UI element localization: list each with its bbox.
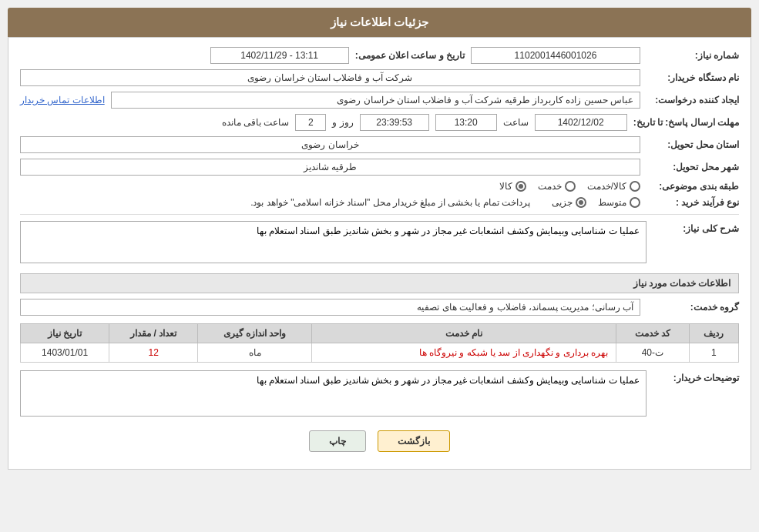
- category-khedmat-label: خدمت: [538, 181, 562, 192]
- city-value: طرقیه شاندیز: [20, 159, 640, 176]
- services-table: ردیف کد خدمت نام خدمت واحد اندازه گیری ت…: [20, 323, 739, 363]
- table-header-row: ردیف کد خدمت نام خدمت واحد اندازه گیری ت…: [21, 324, 739, 343]
- general-desc-label: شرح کلی نیاز:: [654, 221, 739, 234]
- radio-kala-icon: [516, 181, 526, 192]
- content-area: شماره نیاز: 1102001446001026 تاریخ و ساع…: [8, 37, 751, 470]
- th-count: تعداد / مقدار: [109, 324, 198, 343]
- cell-row-number: 1: [689, 343, 738, 363]
- service-group-value: آب رسانی؛ مدیریت پسماند، فاضلاب و فعالیت…: [20, 299, 640, 316]
- category-kala-khedmat[interactable]: کالا/خدمت: [587, 181, 640, 192]
- services-table-section: ردیف کد خدمت نام خدمت واحد اندازه گیری ت…: [20, 323, 739, 363]
- process-motavaset-label: متوسط: [598, 197, 626, 208]
- print-button[interactable]: چاپ: [309, 430, 366, 452]
- radio-kala-khedmat-icon: [630, 181, 640, 192]
- radio-motavaset-icon: [630, 197, 640, 208]
- response-date: 1402/12/02: [535, 114, 627, 131]
- city-label: شهر محل تحویل:: [646, 162, 739, 172]
- row-city: شهر محل تحویل: طرقیه شاندیز: [20, 159, 739, 176]
- back-button[interactable]: بازگشت: [378, 430, 450, 452]
- response-time-label: ساعت: [503, 117, 529, 128]
- cell-date: 1403/01/01: [21, 343, 109, 363]
- creator-value: عباس حسین زاده کاربرداز طرقیه شرکت آب و …: [111, 92, 640, 109]
- th-service-code: کد خدمت: [616, 324, 690, 343]
- province-label: استان محل تحویل:: [646, 139, 739, 150]
- buyer-org-label: نام دستگاه خریدار:: [646, 72, 739, 83]
- process-jezvi-label: جزیی: [552, 197, 573, 208]
- announcement-value: 1402/11/29 - 13:11: [210, 47, 349, 64]
- page-title: جزئیات اطلاعات نیاز: [331, 15, 428, 28]
- cell-count: 12: [109, 343, 198, 363]
- category-kala-khedmat-label: کالا/خدمت: [587, 181, 626, 192]
- remaining-day-value: 2: [295, 114, 326, 131]
- remaining-day-label: روز و: [332, 117, 353, 128]
- category-kala-label: کالا: [499, 181, 512, 192]
- category-khedmat[interactable]: خدمت: [538, 181, 576, 192]
- creator-label: ایجاد کننده درخواست:: [646, 95, 739, 105]
- process-jezvi[interactable]: جزیی: [552, 197, 586, 208]
- row-need-number: شماره نیاز: 1102001446001026 تاریخ و ساع…: [20, 47, 739, 64]
- general-desc-textarea[interactable]: عملیا ت شناسایی وبیمایش وکشف انشعابات غی…: [20, 221, 646, 263]
- cell-service-name: بهره برداری و نگهداری از سد یا شبکه و نی…: [311, 343, 616, 363]
- table-row: 1 ت-40 بهره برداری و نگهداری از سد یا شب…: [21, 343, 739, 363]
- category-kala[interactable]: کالا: [499, 181, 526, 192]
- buyer-desc-textarea[interactable]: عملیا ت شناسایی وبیمایش وکشف انشعابات غی…: [20, 370, 646, 417]
- row-creator: ایجاد کننده درخواست: عباس حسین زاده کارب…: [20, 92, 739, 109]
- page-header: جزئیات اطلاعات نیاز: [8, 8, 751, 37]
- buyer-org-value: شرکت آب و فاضلاب استان خراسان رضوی: [20, 69, 640, 86]
- button-row: بازگشت چاپ: [20, 430, 739, 460]
- th-unit: واحد اندازه گیری: [198, 324, 312, 343]
- buyer-desc-label: توضیحات خریدار:: [654, 370, 739, 383]
- th-row-number: ردیف: [689, 324, 738, 343]
- category-radio-group: کالا/خدمت خدمت کالا: [499, 181, 640, 192]
- cell-service-code: ت-40: [616, 343, 690, 363]
- remaining-time-value: 23:39:53: [360, 114, 429, 131]
- page-container: جزئیات اطلاعات نیاز شماره نیاز: 11020014…: [0, 0, 759, 477]
- process-note: پرداخت تمام یا بخشی از مبلغ خریدار محل "…: [250, 197, 530, 208]
- process-motavaset[interactable]: متوسط: [598, 197, 640, 208]
- services-section-header: اطلاعات خدمات مورد نیاز: [20, 273, 739, 293]
- general-desc-content: عملیا ت شناسایی وبیمایش وکشف انشعابات غی…: [20, 221, 646, 266]
- th-date: تاریخ نیاز: [21, 324, 109, 343]
- row-deadline: مهلت ارسال پاسخ: تا تاریخ: 1402/12/02 سا…: [20, 114, 739, 131]
- row-service-group: گروه خدمت: آب رسانی؛ مدیریت پسماند، فاضل…: [20, 299, 739, 316]
- buyer-desc-content: عملیا ت شناسایی وبیمایش وکشف انشعابات غی…: [20, 370, 646, 419]
- row-buyer-org: نام دستگاه خریدار: شرکت آب و فاضلاب استا…: [20, 69, 739, 86]
- response-time-value: 13:20: [435, 114, 497, 131]
- deadline-label: مهلت ارسال پاسخ: تا تاریخ:: [633, 117, 739, 128]
- process-label: نوع فرآیند خرید :: [646, 197, 739, 208]
- need-number-label: شماره نیاز:: [646, 50, 739, 61]
- province-value: خراسان رضوی: [20, 136, 640, 153]
- announcement-label: تاریخ و ساعت اعلان عمومی:: [355, 50, 465, 61]
- remaining-time-label: ساعت باقی مانده: [222, 117, 290, 128]
- radio-jezvi-icon: [576, 197, 586, 208]
- need-number-value: 1102001446001026: [471, 47, 640, 64]
- cell-unit: ماه: [198, 343, 312, 363]
- row-category: طبقه بندی موضوعی: کالا/خدمت خدمت کالا: [20, 181, 739, 192]
- process-radio-group: متوسط جزیی: [552, 197, 640, 208]
- category-label: طبقه بندی موضوعی:: [646, 181, 739, 192]
- contact-link[interactable]: اطلاعات تماس خریدار: [20, 95, 105, 105]
- row-general-desc: شرح کلی نیاز: عملیا ت شناسایی وبیمایش وک…: [20, 221, 739, 266]
- row-buyer-desc: توضیحات خریدار: عملیا ت شناسایی وبیمایش …: [20, 370, 739, 419]
- row-process: نوع فرآیند خرید : متوسط جزیی پرداخت تمام…: [20, 197, 739, 208]
- row-province: استان محل تحویل: خراسان رضوی: [20, 136, 739, 153]
- th-service-name: نام خدمت: [311, 324, 616, 343]
- radio-khedmat-icon: [565, 181, 576, 192]
- service-group-label: گروه خدمت:: [646, 302, 739, 313]
